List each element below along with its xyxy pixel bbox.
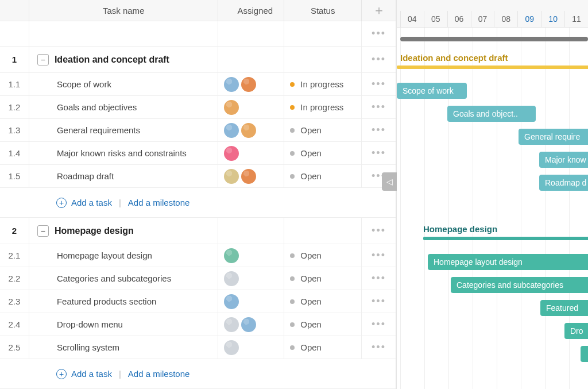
section-row[interactable]: 2−Homepage design•••: [0, 218, 396, 244]
status-cell[interactable]: Open: [284, 313, 361, 336]
task-row[interactable]: 1.4Major known risks and constraintsOpen…: [0, 142, 396, 165]
assigned-cell[interactable]: [218, 96, 284, 118]
gantt-task-bar[interactable]: Homepage layout design: [428, 254, 588, 270]
row-actions[interactable]: •••: [361, 142, 396, 164]
status-cell[interactable]: In progress: [284, 73, 361, 95]
task-row[interactable]: 2.4Drop-down menuOpen•••: [0, 313, 396, 336]
add-task-link[interactable]: Add a task: [71, 369, 112, 379]
row-actions[interactable]: •••: [361, 218, 396, 244]
timeline-day[interactable]: 11: [564, 11, 588, 27]
section-row[interactable]: 1−Ideation and concept draft•••: [0, 47, 396, 73]
status-cell[interactable]: Open: [284, 142, 361, 164]
gantt-task-bar[interactable]: Major know: [539, 152, 588, 168]
timeline-day[interactable]: 05: [424, 11, 447, 27]
col-header-status[interactable]: Status: [284, 0, 361, 21]
assigned-cell[interactable]: [218, 119, 284, 141]
task-name-cell[interactable]: Scope of work: [29, 73, 218, 95]
assigned-cell[interactable]: [218, 290, 284, 313]
task-row[interactable]: 2.1Homepage layout designOpen•••: [0, 244, 396, 267]
row-actions[interactable]: •••: [361, 73, 396, 95]
avatar[interactable]: [224, 317, 239, 332]
assigned-cell[interactable]: [218, 336, 284, 359]
task-name-cell[interactable]: Goals and objectives: [29, 96, 218, 118]
task-row[interactable]: 2.3Featured products sectionOpen•••: [0, 290, 396, 313]
avatar[interactable]: [241, 77, 256, 92]
task-row[interactable]: 1.2Goals and objectivesIn progress•••: [0, 96, 396, 119]
gantt-task-bar[interactable]: Categories and subcategories: [451, 277, 588, 293]
avatar[interactable]: [224, 271, 239, 286]
avatar[interactable]: [224, 294, 239, 309]
task-row[interactable]: 1.5Roadmap draftOpen•••: [0, 165, 396, 188]
task-row[interactable]: 2.2Categories and subcategoriesOpen•••: [0, 267, 396, 290]
row-actions[interactable]: •••: [361, 21, 396, 46]
assigned-cell[interactable]: [218, 244, 284, 267]
gantt-task-bar[interactable]: General require: [519, 129, 588, 145]
collapse-toggle[interactable]: −: [37, 225, 49, 237]
status-cell[interactable]: In progress: [284, 96, 361, 118]
timeline-day[interactable]: 08: [494, 11, 517, 27]
task-row[interactable]: 1.3General requirementsOpen•••: [0, 119, 396, 142]
horizontal-scrollbar[interactable]: [400, 37, 588, 41]
task-row[interactable]: 1.1Scope of workIn progress•••: [0, 73, 396, 96]
status-cell[interactable]: Open: [284, 267, 361, 290]
avatar[interactable]: [241, 123, 256, 138]
task-name-cell[interactable]: Featured products section: [29, 290, 218, 313]
row-actions[interactable]: •••: [361, 290, 396, 313]
task-name-cell[interactable]: General requirements: [29, 119, 218, 141]
assigned-cell[interactable]: [218, 73, 284, 95]
row-actions[interactable]: •••: [361, 267, 396, 290]
col-header-assigned[interactable]: Assigned: [218, 0, 284, 21]
avatar[interactable]: [224, 340, 239, 355]
timeline-day[interactable]: 04: [400, 11, 424, 27]
task-row[interactable]: 2.5Scrolling systemOpen•••: [0, 336, 396, 359]
gantt-task-bar[interactable]: Goals and object..: [447, 106, 536, 122]
add-milestone-link[interactable]: Add a milestone: [128, 198, 190, 207]
avatar[interactable]: [224, 100, 239, 115]
avatar[interactable]: [241, 317, 256, 332]
row-actions[interactable]: •••: [361, 244, 396, 267]
assigned-cell[interactable]: [218, 165, 284, 187]
task-name-cell[interactable]: Major known risks and constraints: [29, 142, 218, 164]
gantt-task-bar[interactable]: Featured: [540, 300, 588, 316]
col-header-task[interactable]: Task name: [29, 0, 218, 21]
timeline-day[interactable]: 09: [517, 11, 541, 27]
avatar[interactable]: [224, 77, 239, 92]
add-task-link[interactable]: Add a task: [71, 198, 112, 207]
avatar[interactable]: [224, 248, 239, 263]
avatar[interactable]: [224, 123, 239, 138]
timeline-day[interactable]: 07: [471, 11, 494, 27]
assigned-cell[interactable]: [218, 267, 284, 290]
collapse-toggle[interactable]: −: [37, 54, 49, 66]
collapse-table-handle[interactable]: ◁: [382, 172, 397, 191]
timeline-day[interactable]: 10: [541, 11, 564, 27]
task-name-cell[interactable]: Scrolling system: [29, 336, 218, 359]
row-actions[interactable]: •••: [361, 96, 396, 118]
gantt-task-bar[interactable]: Scope of work: [397, 83, 467, 99]
status-cell[interactable]: Open: [284, 336, 361, 359]
add-milestone-link[interactable]: Add a milestone: [128, 369, 190, 379]
task-name-cell[interactable]: Categories and subcategories: [29, 267, 218, 290]
gantt-task-bar[interactable]: Dro: [564, 323, 588, 339]
status-cell[interactable]: Open: [284, 290, 361, 313]
avatar[interactable]: [241, 169, 256, 184]
task-name-cell[interactable]: Roadmap draft: [29, 165, 218, 187]
assigned-cell[interactable]: [218, 313, 284, 336]
row-actions[interactable]: •••: [361, 119, 396, 141]
task-name-cell[interactable]: Drop-down menu: [29, 313, 218, 336]
gantt-task-bar[interactable]: Roadmap d: [539, 175, 588, 191]
gantt-section-bar[interactable]: [397, 66, 588, 69]
row-actions[interactable]: •••: [361, 313, 396, 336]
task-name-cell[interactable]: Homepage layout design: [29, 244, 218, 267]
gantt-section-bar[interactable]: [423, 237, 588, 240]
gantt-task-bar[interactable]: [581, 346, 588, 362]
status-cell[interactable]: Open: [284, 165, 361, 187]
avatar[interactable]: [224, 169, 239, 184]
timeline-day[interactable]: 06: [447, 11, 471, 27]
row-actions[interactable]: •••: [361, 336, 396, 359]
assigned-cell[interactable]: [218, 142, 284, 164]
avatar[interactable]: [224, 146, 239, 161]
status-cell[interactable]: Open: [284, 119, 361, 141]
row-actions[interactable]: •••: [361, 47, 396, 72]
add-column-button[interactable]: ＋: [361, 0, 396, 21]
status-cell[interactable]: Open: [284, 244, 361, 267]
